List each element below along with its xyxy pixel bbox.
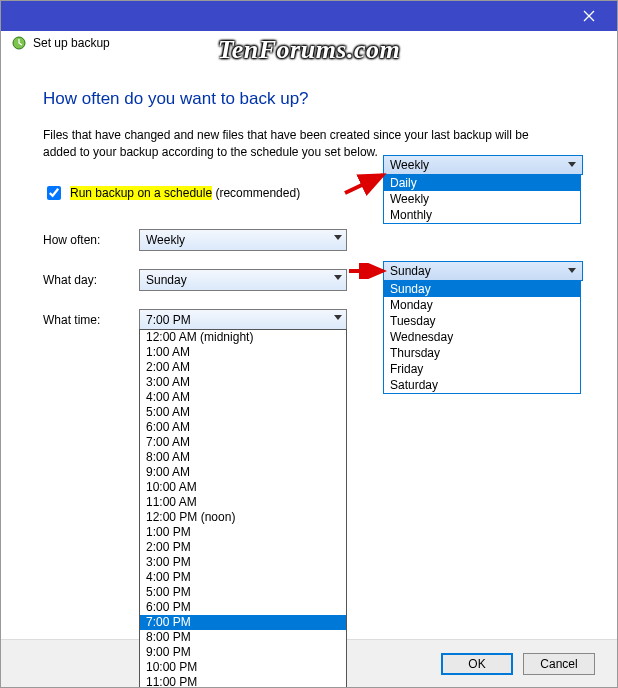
what-day-option[interactable]: Saturday — [384, 377, 580, 393]
window-title: Set up backup — [33, 36, 110, 50]
ok-button[interactable]: OK — [441, 653, 513, 675]
what-time-option[interactable]: 4:00 AM — [140, 390, 346, 405]
what-time-option[interactable]: 12:00 PM (noon) — [140, 510, 346, 525]
what-time-option[interactable]: 7:00 AM — [140, 435, 346, 450]
how-often-option[interactable]: Monthly — [384, 207, 580, 223]
schedule-checkbox-label[interactable]: Run backup on a schedule (recommended) — [70, 186, 300, 200]
what-day-option[interactable]: Friday — [384, 361, 580, 377]
what-time-option[interactable]: 10:00 AM — [140, 480, 346, 495]
what-time-option[interactable]: 8:00 AM — [140, 450, 346, 465]
chevron-down-icon — [334, 235, 342, 240]
how-often-combo[interactable]: Weekly — [139, 229, 347, 251]
what-time-combo[interactable]: 7:00 PM — [139, 309, 347, 331]
how-often-label: How often: — [43, 233, 139, 247]
cancel-button[interactable]: Cancel — [523, 653, 595, 675]
what-day-option[interactable]: Thursday — [384, 345, 580, 361]
how-often-option[interactable]: Weekly — [384, 191, 580, 207]
chevron-down-icon — [568, 162, 576, 167]
close-icon — [583, 10, 595, 22]
chevron-down-icon — [334, 275, 342, 280]
how-often-popout-value: Weekly — [390, 158, 429, 172]
titlebar — [1, 1, 617, 31]
what-day-combo[interactable]: Sunday — [139, 269, 347, 291]
what-day-popout-value: Sunday — [390, 264, 431, 278]
what-time-option[interactable]: 6:00 PM — [140, 600, 346, 615]
window-header: Set up backup — [1, 31, 617, 55]
what-time-option[interactable]: 11:00 PM — [140, 675, 346, 688]
what-day-option[interactable]: Tuesday — [384, 313, 580, 329]
what-time-option[interactable]: 11:00 AM — [140, 495, 346, 510]
what-time-value: 7:00 PM — [146, 313, 191, 327]
what-day-popout-header[interactable]: Sunday — [383, 261, 583, 281]
what-time-option[interactable]: 9:00 AM — [140, 465, 346, 480]
close-button[interactable] — [567, 2, 611, 30]
what-time-option[interactable]: 2:00 AM — [140, 360, 346, 375]
what-time-option[interactable]: 2:00 PM — [140, 540, 346, 555]
chevron-down-icon — [568, 268, 576, 273]
how-often-option[interactable]: Daily — [384, 175, 580, 191]
what-time-option[interactable]: 5:00 AM — [140, 405, 346, 420]
what-time-option[interactable]: 8:00 PM — [140, 630, 346, 645]
schedule-label-highlight: Run backup on a schedule — [70, 186, 212, 200]
schedule-checkbox[interactable] — [47, 186, 61, 200]
what-day-options-list[interactable]: SundayMondayTuesdayWednesdayThursdayFrid… — [383, 280, 581, 394]
schedule-label-tail: (recommended) — [212, 186, 300, 200]
how-often-popout: Weekly DailyWeeklyMonthly — [383, 155, 583, 175]
page-heading: How often do you want to back up? — [43, 89, 575, 109]
what-day-popout: Sunday SundayMondayTuesdayWednesdayThurs… — [383, 261, 583, 281]
how-often-row: How often: Weekly — [43, 229, 575, 251]
what-time-option[interactable]: 3:00 AM — [140, 375, 346, 390]
what-time-option[interactable]: 1:00 AM — [140, 345, 346, 360]
backup-icon — [11, 35, 27, 51]
how-often-options-list[interactable]: DailyWeeklyMonthly — [383, 174, 581, 224]
what-time-option[interactable]: 12:00 AM (midnight) — [140, 330, 346, 345]
what-time-dropdown[interactable]: 12:00 AM (midnight)1:00 AM2:00 AM3:00 AM… — [139, 329, 347, 688]
what-day-option[interactable]: Monday — [384, 297, 580, 313]
what-time-label: What time: — [43, 313, 139, 327]
what-time-option[interactable]: 9:00 PM — [140, 645, 346, 660]
how-often-popout-header[interactable]: Weekly — [383, 155, 583, 175]
what-time-option[interactable]: 6:00 AM — [140, 420, 346, 435]
what-time-option[interactable]: 7:00 PM — [140, 615, 346, 630]
what-time-option[interactable]: 4:00 PM — [140, 570, 346, 585]
what-day-option[interactable]: Sunday — [384, 281, 580, 297]
what-time-option[interactable]: 10:00 PM — [140, 660, 346, 675]
what-day-label: What day: — [43, 273, 139, 287]
chevron-down-icon — [334, 315, 342, 320]
what-time-option[interactable]: 3:00 PM — [140, 555, 346, 570]
what-time-option[interactable]: 5:00 PM — [140, 585, 346, 600]
how-often-value: Weekly — [146, 233, 185, 247]
what-day-option[interactable]: Wednesday — [384, 329, 580, 345]
what-time-option[interactable]: 1:00 PM — [140, 525, 346, 540]
what-day-value: Sunday — [146, 273, 187, 287]
